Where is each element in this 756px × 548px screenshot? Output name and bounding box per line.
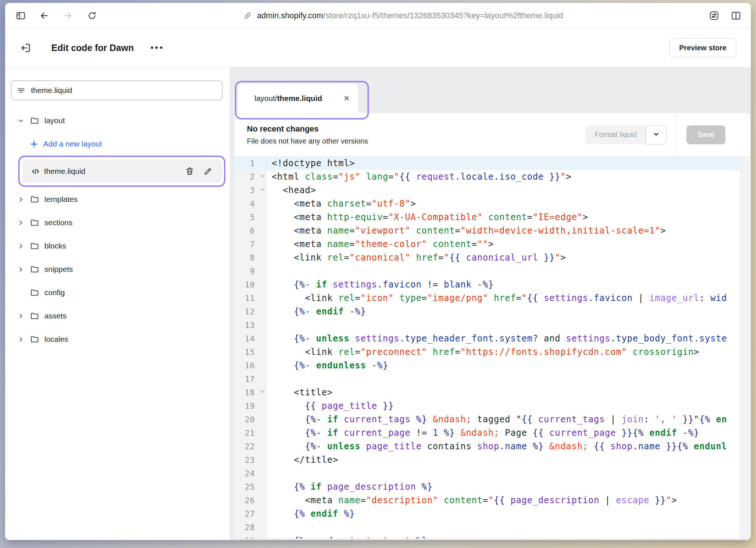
chevron-right-icon[interactable]: [16, 243, 25, 249]
extensions-icon[interactable]: [706, 8, 722, 23]
code-line[interactable]: <meta name="description" content="{{ pag…: [267, 494, 739, 507]
split-view-icon[interactable]: [728, 8, 744, 23]
code-line[interactable]: </title>: [267, 453, 739, 467]
chevron-right-icon[interactable]: [16, 336, 25, 342]
code-line[interactable]: {{ page_title }}: [267, 399, 739, 413]
code-line[interactable]: {%- unless page_title contains shop.name…: [267, 440, 739, 453]
code-line[interactable]: [267, 467, 739, 480]
format-liquid-button[interactable]: Format liquid: [585, 125, 646, 144]
line-number: 21: [235, 426, 266, 440]
code-line[interactable]: {% render 'meta-tags' %}: [267, 534, 739, 539]
sidebar-item-locales[interactable]: locales: [5, 328, 230, 351]
line-number: 18: [235, 386, 266, 399]
code-line[interactable]: [267, 372, 739, 386]
sidebar-item-layout[interactable]: layout: [5, 109, 230, 132]
code-line[interactable]: [267, 521, 739, 534]
version-status: No recent changes File does not have any…: [235, 124, 585, 145]
page-title: Edit code for Dawn: [51, 43, 134, 53]
file-search-box[interactable]: [11, 81, 223, 100]
chevron-right-icon[interactable]: [16, 220, 25, 226]
address-bar[interactable]: admin.shopify.com/store/rzq1xu-f5/themes…: [243, 11, 563, 20]
code-line[interactable]: <html class="js" lang="{{ request.locale…: [267, 170, 739, 184]
code-line[interactable]: <meta name="viewport" content="width=dev…: [267, 224, 739, 238]
code-line[interactable]: {%- endif -%}: [267, 305, 739, 318]
close-icon[interactable]: ✕: [343, 94, 350, 103]
code-line[interactable]: <link rel="canonical" href="{{ canonical…: [267, 251, 739, 265]
code-editor[interactable]: 1234567891011121314151617181920212223242…: [235, 157, 750, 539]
line-number: 16: [235, 359, 266, 372]
code-content[interactable]: <!doctype html><html class="js" lang="{{…: [267, 157, 739, 539]
plus-icon: [30, 140, 38, 148]
search-input[interactable]: [31, 86, 217, 95]
overflow-menu-icon[interactable]: •••: [150, 43, 164, 52]
reload-icon[interactable]: [84, 8, 100, 23]
sidebar-item-templates[interactable]: templates: [5, 188, 230, 211]
line-number: 17: [235, 372, 266, 386]
line-number: 4: [235, 197, 266, 211]
folder-icon: [30, 218, 39, 227]
fold-chevron-icon[interactable]: [260, 187, 265, 192]
version-status-subtitle: File does not have any other versions: [247, 137, 585, 145]
code-line[interactable]: {% if page_description %}: [267, 480, 739, 494]
panel-toggle-icon[interactable]: [13, 8, 28, 23]
code-line[interactable]: [267, 318, 739, 332]
code-file-icon: [31, 167, 40, 176]
code-line[interactable]: {%- if settings.favicon != blank -%}: [267, 278, 739, 291]
version-status-title: No recent changes: [247, 124, 585, 134]
line-number: 15: [235, 345, 266, 359]
chevron-right-icon[interactable]: [16, 313, 25, 319]
line-number: 12: [235, 305, 266, 318]
sidebar-item-blocks[interactable]: blocks: [5, 234, 230, 258]
code-line[interactable]: {%- if current_page != 1 %} &ndash; Page…: [267, 426, 739, 440]
code-line[interactable]: {%- endunless -%}: [267, 359, 739, 372]
chevron-right-icon[interactable]: [16, 196, 25, 203]
sidebar-item-snippets[interactable]: snippets: [5, 258, 230, 281]
code-line[interactable]: <title>: [267, 386, 739, 399]
code-line[interactable]: {%- unless settings.type_header_font.sys…: [267, 332, 739, 345]
sidebar-item-theme-liquid[interactable]: theme.liquid: [23, 160, 222, 183]
code-line[interactable]: {%- if current_tags %} &ndash; tagged "{…: [267, 413, 739, 426]
line-number: 22: [235, 440, 266, 453]
add-layout-label: Add a new layout: [43, 140, 102, 148]
code-line[interactable]: {% endif %}: [267, 507, 739, 521]
fold-chevron-icon[interactable]: [260, 389, 265, 394]
file-sidebar: layoutAdd a new layouttheme.liquidtempla…: [5, 67, 230, 540]
line-number: 9: [235, 265, 266, 278]
code-line[interactable]: <link rel="preconnect" href="https://fon…: [267, 345, 739, 359]
code-line[interactable]: <head>: [267, 184, 739, 197]
line-number: 14: [235, 332, 266, 345]
code-line[interactable]: <!doctype html>: [267, 157, 739, 170]
pencil-icon[interactable]: [203, 167, 212, 176]
code-line[interactable]: <meta name="theme-color" content="">: [267, 238, 739, 251]
code-line[interactable]: <meta charset="utf-8">: [267, 197, 739, 211]
url-path: /store/rzq1xu-f5/themes/132683530345?key…: [323, 11, 563, 20]
sidebar-item-sections[interactable]: sections: [5, 211, 230, 234]
code-line[interactable]: <link rel="icon" type="image/png" href="…: [267, 291, 739, 305]
editor-zone: layout/theme.liquid ✕ No recent changes …: [230, 67, 751, 540]
chevron-right-icon[interactable]: [16, 266, 25, 273]
add-new-layout-button[interactable]: Add a new layout: [5, 132, 230, 156]
tab-theme-liquid[interactable]: layout/theme.liquid ✕: [238, 84, 358, 113]
exit-icon[interactable]: [20, 42, 32, 54]
scrollbar-rail[interactable]: [739, 157, 750, 539]
folder-label: config: [44, 288, 65, 297]
line-number: 13: [235, 318, 266, 332]
format-options-dropdown[interactable]: [646, 125, 666, 144]
editor-card-wrap: No recent changes File does not have any…: [230, 113, 751, 540]
fold-chevron-icon[interactable]: [260, 173, 265, 179]
code-line[interactable]: [267, 265, 739, 278]
save-button[interactable]: Save: [686, 125, 725, 144]
back-icon[interactable]: [36, 8, 52, 23]
code-line[interactable]: <meta http-equiv="X-UA-Compatible" conte…: [267, 211, 739, 224]
chevron-down-icon[interactable]: [16, 118, 25, 124]
line-number: 8: [235, 251, 266, 265]
folder-label: locales: [44, 335, 68, 344]
sidebar-item-config[interactable]: config: [5, 281, 230, 304]
preview-store-button[interactable]: Preview store: [669, 38, 736, 57]
line-number: 28: [235, 521, 266, 534]
line-number: 3: [235, 184, 266, 197]
line-number-gutter: 1234567891011121314151617181920212223242…: [235, 157, 267, 539]
editor-card-header: No recent changes File does not have any…: [235, 113, 750, 157]
sidebar-item-assets[interactable]: assets: [5, 304, 230, 328]
trash-icon[interactable]: [185, 167, 194, 176]
